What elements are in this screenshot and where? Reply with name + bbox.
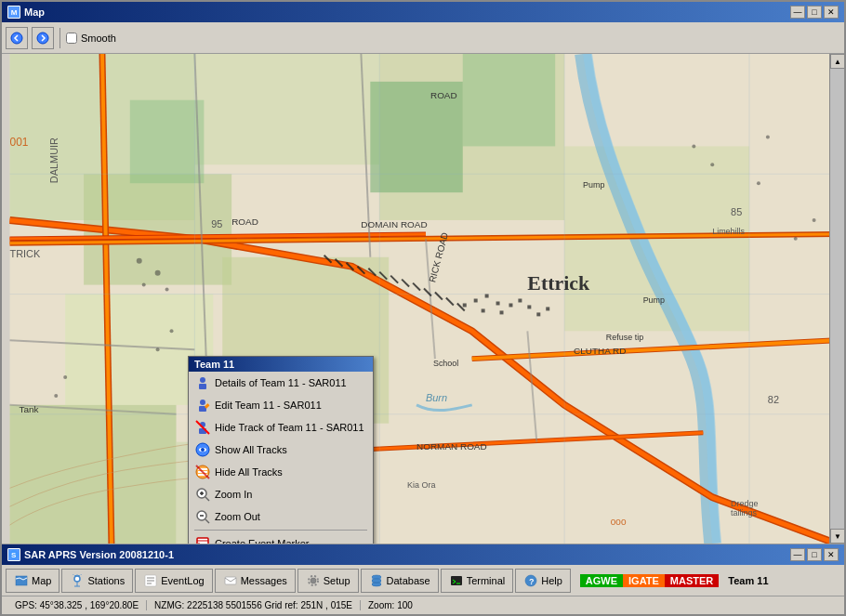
menu-item-show-all-label: Show All Tracks bbox=[215, 444, 287, 455]
menu-item-event-marker-label: Create Event Marker bbox=[215, 538, 309, 544]
svg-text:Limehills: Limehills bbox=[712, 227, 745, 236]
svg-rect-30 bbox=[527, 305, 531, 308]
svg-point-70 bbox=[137, 258, 142, 264]
show-all-icon bbox=[194, 441, 211, 458]
menu-item-zoom-in[interactable]: Zoom In bbox=[189, 483, 373, 505]
svg-point-81 bbox=[757, 181, 760, 185]
outer-minimize-btn[interactable]: — bbox=[790, 6, 805, 19]
svg-text:DALMUIR: DALMUIR bbox=[48, 138, 59, 183]
scroll-down-btn[interactable]: ▼ bbox=[830, 529, 844, 544]
nav-database-btn[interactable]: Database bbox=[361, 569, 439, 593]
svg-line-103 bbox=[205, 497, 209, 501]
svg-text:Refuse tip: Refuse tip bbox=[606, 333, 643, 342]
menu-item-show-all[interactable]: Show All Tracks bbox=[189, 439, 373, 461]
nav-terminal-btn[interactable]: Terminal bbox=[441, 569, 514, 593]
svg-point-94 bbox=[201, 448, 205, 452]
toolbar-separator bbox=[59, 28, 60, 48]
toolbar: Smooth bbox=[2, 22, 844, 54]
menu-item-hide-track-label: Hide Track of Team 11 - SAR011 bbox=[215, 422, 364, 433]
svg-rect-22 bbox=[463, 303, 467, 307]
nav-eventlog-label: EventLog bbox=[161, 575, 204, 586]
menu-item-event-marker[interactable]: I Create Event Marker bbox=[189, 532, 373, 544]
map-area[interactable]: Burn Ettrick DALMUIR DOMAIN ROAD ROAD CL… bbox=[2, 54, 844, 544]
svg-point-128 bbox=[372, 583, 381, 586]
svg-rect-86 bbox=[199, 384, 206, 389]
inner-window-controls: — □ ✕ bbox=[790, 548, 839, 561]
nav-help-label: Help bbox=[541, 575, 562, 586]
forward-button[interactable] bbox=[32, 27, 54, 49]
outer-title-bar: M Map — □ ✕ bbox=[2, 2, 844, 22]
stations-icon bbox=[70, 573, 85, 588]
svg-rect-10 bbox=[10, 405, 177, 544]
scroll-track bbox=[830, 69, 844, 529]
svg-rect-25 bbox=[496, 301, 500, 305]
menu-item-hide-track[interactable]: Hide Track of Team 11 - SAR011 bbox=[189, 416, 373, 439]
inner-minimize-btn[interactable]: — bbox=[790, 548, 805, 561]
svg-line-106 bbox=[205, 519, 209, 523]
messages-icon bbox=[223, 573, 238, 588]
menu-item-hide-all-label: Hide All Tracks bbox=[215, 466, 283, 478]
hide-track-icon bbox=[194, 419, 211, 436]
outer-close-btn[interactable]: ✕ bbox=[824, 6, 839, 19]
event-marker-icon: I bbox=[194, 535, 211, 544]
svg-text:Pump: Pump bbox=[643, 295, 665, 305]
svg-point-0 bbox=[11, 33, 22, 44]
nav-stations-label: Stations bbox=[87, 575, 125, 586]
smooth-option[interactable]: Smooth bbox=[66, 33, 116, 44]
svg-text:School: School bbox=[433, 359, 458, 368]
svg-point-87 bbox=[200, 400, 205, 405]
menu-item-edit[interactable]: Edit Team 11 - SAR011 bbox=[189, 394, 373, 416]
svg-text:000: 000 bbox=[611, 517, 627, 527]
eventlog-icon bbox=[143, 573, 158, 588]
svg-point-78 bbox=[692, 144, 695, 148]
taskbar: S SAR APRS Version 20081210-1 — □ ✕ Map bbox=[2, 544, 844, 596]
svg-text:?: ? bbox=[529, 577, 535, 586]
map-scrollbar[interactable]: ▲ ▼ bbox=[829, 54, 844, 544]
database-icon bbox=[369, 573, 384, 588]
svg-text:Tank: Tank bbox=[19, 404, 38, 414]
nzmg-status: NZMG: 2225138 5501556 Grid ref: 251N , 0… bbox=[147, 600, 361, 610]
menu-item-zoom-out[interactable]: Zoom Out bbox=[189, 505, 373, 528]
nav-database-label: Database bbox=[387, 575, 430, 586]
svg-rect-23 bbox=[474, 299, 478, 303]
nav-messages-btn[interactable]: Messages bbox=[215, 569, 296, 593]
scroll-up-btn[interactable]: ▲ bbox=[830, 54, 844, 69]
outer-window-controls: — □ ✕ bbox=[790, 6, 839, 19]
details-icon bbox=[194, 374, 211, 391]
svg-text:tailings: tailings bbox=[731, 508, 757, 518]
nav-stations-btn[interactable]: Stations bbox=[61, 569, 133, 593]
svg-point-1 bbox=[37, 33, 48, 44]
nav-setup-label: Setup bbox=[324, 575, 350, 586]
inner-close-btn[interactable]: ✕ bbox=[824, 548, 839, 561]
inner-window-icon: S bbox=[7, 548, 20, 561]
menu-separator-1 bbox=[194, 530, 367, 531]
nav-eventlog-btn[interactable]: EventLog bbox=[135, 569, 212, 593]
svg-point-75 bbox=[156, 347, 160, 351]
nav-map-btn[interactable]: Map bbox=[6, 569, 59, 593]
menu-item-zoom-out-label: Zoom Out bbox=[215, 511, 260, 522]
outer-window: M Map — □ ✕ Smooth bbox=[0, 0, 846, 616]
nav-setup-btn[interactable]: Setup bbox=[297, 569, 359, 593]
outer-maximize-btn[interactable]: □ bbox=[807, 6, 822, 19]
smooth-checkbox[interactable] bbox=[66, 33, 77, 44]
zoom-status: Zoom: 100 bbox=[361, 600, 420, 610]
map-svg: Burn Ettrick DALMUIR DOMAIN ROAD ROAD CL… bbox=[2, 54, 844, 544]
svg-point-74 bbox=[170, 329, 174, 333]
menu-item-hide-all[interactable]: Hide All Tracks bbox=[189, 461, 373, 483]
gps-status: GPS: 45°38.325 , 169°20.80E bbox=[7, 600, 147, 610]
menu-item-details[interactable]: Details of Team 11 - SAR011 bbox=[189, 372, 373, 394]
svg-point-73 bbox=[165, 288, 169, 292]
svg-text:TRICK: TRICK bbox=[10, 248, 41, 259]
svg-text:95: 95 bbox=[211, 218, 222, 229]
team-label: Team 11 bbox=[720, 574, 775, 587]
svg-point-129 bbox=[372, 579, 381, 583]
svg-rect-14 bbox=[463, 54, 555, 146]
zoom-in-icon bbox=[194, 486, 211, 503]
nav-help-btn[interactable]: ? Help bbox=[515, 569, 571, 593]
back-button[interactable] bbox=[6, 27, 28, 49]
svg-text:82: 82 bbox=[768, 394, 779, 405]
svg-rect-12 bbox=[130, 100, 205, 183]
inner-maximize-btn[interactable]: □ bbox=[807, 548, 822, 561]
help-icon: ? bbox=[523, 573, 538, 588]
nav-map-label: Map bbox=[32, 575, 51, 586]
